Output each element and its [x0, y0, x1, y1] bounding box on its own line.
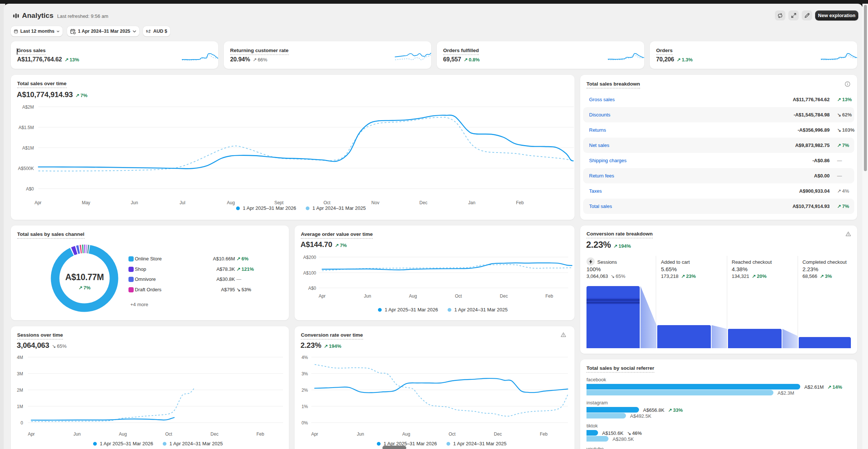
svg-text:$: $	[146, 29, 148, 33]
